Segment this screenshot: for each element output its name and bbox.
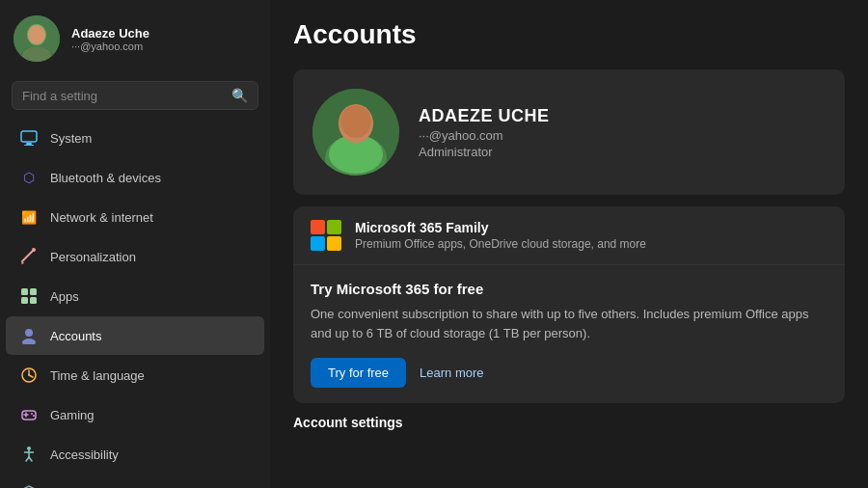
search-bar[interactable]: 🔍	[12, 81, 258, 110]
ms365-logo-red	[311, 220, 325, 234]
accounts-icon	[19, 326, 39, 345]
gaming-icon	[19, 405, 39, 424]
profile-email: ···@yahoo.com	[419, 128, 550, 143]
ms365-header: Microsoft 365 Family Premium Office apps…	[293, 206, 845, 265]
sidebar-item-personalization-label: Personalization	[50, 250, 136, 264]
sidebar-item-system[interactable]: System	[6, 119, 264, 157]
user-info: Adaeze Uche ···@yahoo.com	[71, 26, 149, 52]
ms365-card: Microsoft 365 Family Premium Office apps…	[293, 206, 845, 403]
svg-point-25	[31, 413, 33, 415]
nav-list: System ⬡ Bluetooth & devices 📶 Network &…	[0, 118, 270, 488]
account-settings-title: Account settings	[293, 415, 845, 430]
svg-point-27	[27, 447, 31, 450]
ms365-title: Microsoft 365 Family	[355, 220, 646, 235]
sidebar-item-accessibility-label: Accessibility	[50, 447, 119, 462]
privacy-icon	[19, 484, 39, 488]
svg-rect-15	[21, 297, 28, 304]
sidebar-item-accessibility[interactable]: Accessibility	[6, 435, 264, 474]
ms365-logo-blue	[311, 236, 325, 251]
try-free-title: Try Microsoft 365 for free	[311, 281, 827, 297]
sidebar-item-accounts[interactable]: Accounts	[6, 316, 264, 355]
try-free-actions: Try for free Learn more	[311, 358, 827, 388]
try-free-section: Try Microsoft 365 for free One convenien…	[293, 265, 845, 403]
sidebar-item-gaming[interactable]: Gaming	[6, 395, 264, 434]
svg-rect-16	[30, 297, 37, 304]
user-header: Adaeze Uche ···@yahoo.com	[0, 0, 270, 77]
search-input[interactable]	[22, 89, 224, 103]
svg-point-12	[32, 248, 36, 252]
profile-role: Administrator	[419, 145, 550, 159]
learn-more-link[interactable]: Learn more	[420, 366, 483, 380]
sidebar-user-name: Adaeze Uche	[71, 26, 149, 41]
sidebar-item-time[interactable]: Time & language	[6, 356, 264, 394]
ms365-logo	[311, 220, 341, 251]
try-for-free-button[interactable]: Try for free	[311, 358, 406, 388]
sidebar-item-accounts-label: Accounts	[50, 329, 101, 343]
sidebar-item-privacy[interactable]: Privacy & security	[6, 474, 264, 488]
svg-rect-6	[21, 131, 37, 142]
svg-line-11	[22, 250, 34, 261]
bluetooth-icon: ⬡	[19, 168, 39, 187]
try-free-desc: One convenient subscription to share wit…	[311, 305, 827, 342]
svg-point-37	[357, 124, 368, 134]
profile-name: ADAEZE UCHE	[419, 106, 550, 126]
sidebar-user-email: ···@yahoo.com	[71, 41, 149, 52]
ms365-subtitle: Premium Office apps, OneDrive cloud stor…	[355, 237, 646, 251]
svg-rect-8	[24, 145, 34, 146]
svg-line-21	[29, 375, 33, 377]
svg-rect-7	[26, 143, 32, 145]
svg-rect-14	[30, 288, 37, 295]
time-icon	[19, 366, 39, 385]
svg-line-31	[29, 457, 32, 461]
ms365-logo-green	[327, 220, 341, 234]
personalization-icon	[19, 247, 39, 266]
svg-text:📶: 📶	[21, 209, 38, 226]
avatar	[14, 15, 60, 62]
ms365-logo-yellow	[327, 236, 341, 251]
svg-text:⬡: ⬡	[23, 170, 35, 185]
network-icon: 📶	[19, 207, 39, 227]
sidebar-item-bluetooth-label: Bluetooth & devices	[50, 171, 161, 185]
sidebar-item-time-label: Time & language	[50, 368, 145, 383]
svg-point-17	[25, 329, 33, 337]
accessibility-icon	[19, 445, 39, 464]
svg-point-5	[28, 25, 45, 44]
system-icon	[19, 128, 39, 148]
apps-icon	[19, 286, 39, 306]
page-title: Accounts	[293, 19, 845, 50]
sidebar-item-personalization[interactable]: Personalization	[6, 237, 264, 276]
svg-point-18	[22, 339, 36, 344]
search-icon: 🔍	[231, 88, 248, 103]
svg-rect-13	[21, 288, 28, 295]
profile-info: ADAEZE UCHE ···@yahoo.com Administrator	[419, 106, 550, 159]
sidebar: Adaeze Uche ···@yahoo.com 🔍 System ⬡ Blu…	[0, 0, 270, 488]
profile-card: ADAEZE UCHE ···@yahoo.com Administrator	[293, 69, 845, 195]
sidebar-item-system-label: System	[50, 131, 92, 146]
sidebar-item-gaming-label: Gaming	[50, 408, 95, 422]
sidebar-item-apps[interactable]: Apps	[6, 277, 264, 315]
sidebar-item-network-label: Network & internet	[50, 210, 153, 225]
sidebar-item-apps-label: Apps	[50, 289, 79, 304]
sidebar-item-network[interactable]: 📶 Network & internet	[6, 198, 264, 236]
profile-avatar	[312, 89, 399, 176]
svg-point-26	[33, 415, 35, 417]
svg-point-36	[340, 105, 371, 138]
ms365-title-group: Microsoft 365 Family Premium Office apps…	[355, 220, 646, 251]
main-content: Accounts ADAEZE UCHE ···@yahoo.com Admin…	[270, 0, 868, 488]
sidebar-item-bluetooth[interactable]: ⬡ Bluetooth & devices	[6, 158, 264, 197]
